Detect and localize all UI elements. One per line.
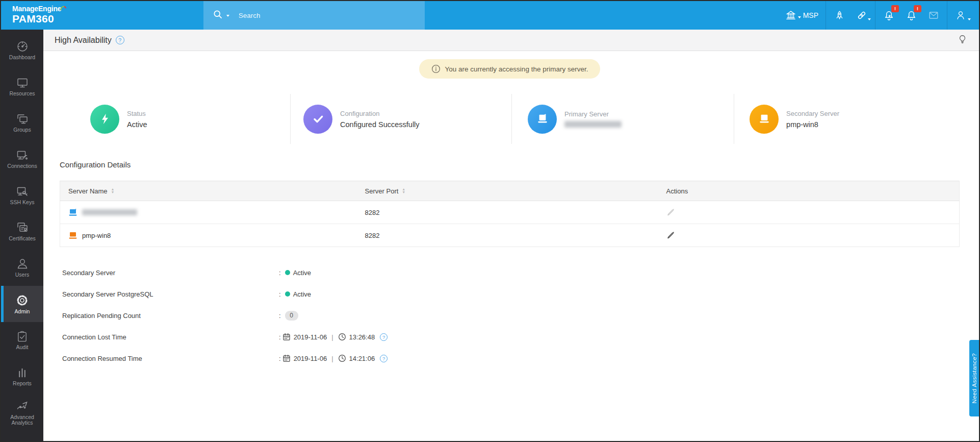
col-server-port: Server Port [365,187,399,195]
servers-table: Server Name ▲▼ Server Port ▲▼ Actions [60,181,960,247]
bell-star-icon[interactable]: ! [878,1,900,30]
ssh-keys-icon [16,185,29,198]
sidebar-item-admin[interactable]: Admin [1,286,43,322]
section-title: Configuration Details [60,160,960,169]
count-badge: 0 [285,311,298,321]
brand-logo[interactable]: ManageEngine PAM360 [1,1,203,30]
resources-icon [16,76,29,89]
server-port-cell: 8282 [357,224,658,247]
clock-icon [338,333,346,341]
status-value: Active [293,269,311,277]
sidebar-item-advanced-analytics[interactable]: Advanced Analytics [1,395,43,431]
reports-icon [16,366,29,379]
topbar-separator [875,1,875,30]
help-icon[interactable]: ? [380,355,388,362]
bolt-icon [90,105,119,134]
sidebar-item-resources[interactable]: Resources [1,68,43,105]
edit-icon[interactable] [666,233,675,240]
topbar-separator [947,1,947,30]
table-row-secondary: pmp-win8 8282 [60,224,960,247]
detail-row: Connection Resumed Time : 2019-11-06 | 1… [62,353,960,364]
server-port-cell: 8282 [357,201,658,224]
sort-server-port-icon[interactable]: ▲▼ [402,188,405,194]
sidebar-item-ssh-keys[interactable]: SSH Keys [1,177,43,213]
sidebar-item-users[interactable]: Users [1,250,43,286]
calendar-icon [282,354,291,362]
date-value: 2019-11-06 [294,355,327,362]
link-icon[interactable] [850,1,873,30]
page-header: High Availability ? [43,30,979,51]
topbar-separator [826,1,826,30]
bell-icon[interactable]: ! [900,1,922,30]
audit-icon [16,330,29,343]
sidebar-item-groups[interactable]: Groups [1,105,43,141]
sidebar-item-audit[interactable]: Audit [1,322,43,358]
search-input[interactable] [239,12,392,19]
user-icon[interactable] [949,1,972,30]
primary-laptop-icon [68,208,78,217]
edit-icon [666,210,675,217]
global-search[interactable] [203,1,425,30]
clock-icon [338,354,346,362]
page-help-icon[interactable]: ? [116,36,124,44]
top-bar: ManageEngine PAM360 MSP [1,1,979,30]
card-status: Status Active [43,94,290,144]
dashboard-icon [16,40,29,53]
sidebar-item-dashboard[interactable]: Dashboard [1,32,43,68]
detail-row: Connection Lost Time : 2019-11-06 | 13:2… [62,331,960,342]
page-title: High Availability [55,36,112,45]
card-label: Primary Server [564,110,622,118]
sort-server-name-icon[interactable]: ▲▼ [111,188,115,194]
brand-manageengine: ManageEngine [12,5,61,13]
server-name: pmp-win8 [82,232,111,239]
sidebar-nav: Dashboard Resources Groups Connections S… [1,30,43,441]
blurred-primary-server-name [564,121,622,128]
msp-label[interactable]: MSP [803,11,818,19]
brand-swoosh-icon [60,4,66,13]
status-dot [285,291,290,297]
content-area: You are currently accessing the primary … [43,51,979,441]
rocket-icon[interactable] [828,1,850,30]
sidebar-item-certificates[interactable]: Certificates [1,213,43,250]
notification-badge: ! [891,5,899,12]
primary-server-banner: You are currently accessing the primary … [419,59,601,79]
status-value: Active [293,290,311,298]
sidebar-item-reports[interactable]: Reports [1,358,43,395]
col-server-name: Server Name [68,187,108,195]
info-icon [431,64,441,73]
time-value: 14:21:06 [349,355,375,362]
advanced-analytics-icon [16,400,29,413]
brand-pam360: PAM360 [12,13,203,25]
org-bank-icon[interactable] [785,1,802,30]
envelope-icon[interactable] [922,1,945,30]
banner-text: You are currently accessing the primary … [445,65,588,73]
tips-bulb-icon[interactable] [958,34,967,46]
notification-badge: ! [914,5,921,12]
card-secondary-server: Secondary Server pmp-win8 [734,94,979,144]
certificates-icon [16,221,29,234]
help-icon[interactable]: ? [380,333,388,341]
detail-row: Secondary Server PostgreSQL : Active [62,288,960,300]
ha-details: Secondary Server : Active Secondary Serv… [62,267,960,364]
admin-gear-icon [15,293,29,307]
detail-row: Replication Pending Count : 0 [62,310,960,321]
search-scope-caret-icon[interactable] [226,15,229,17]
search-icon[interactable] [213,9,223,22]
org-caret-icon [798,16,801,18]
laptop-icon [750,105,779,134]
connections-icon [16,149,29,162]
computer-icon [528,105,557,134]
sidebar-item-connections[interactable]: Connections [1,141,43,177]
card-label: Configuration [340,110,420,117]
check-icon [303,105,332,134]
app-window: ManageEngine PAM360 MSP [0,0,980,442]
detail-row: Secondary Server : Active [62,267,960,278]
need-assistance-tab[interactable]: Need Assistance? [969,340,979,416]
top-icon-group: MSP ! ! [785,1,979,30]
status-dot [285,270,290,275]
card-configuration: Configuration Configured Successfully [290,94,511,144]
card-label: Secondary Server [786,110,839,117]
card-value: Configured Successfully [340,120,420,129]
col-actions: Actions [666,187,688,195]
groups-icon [16,112,29,126]
